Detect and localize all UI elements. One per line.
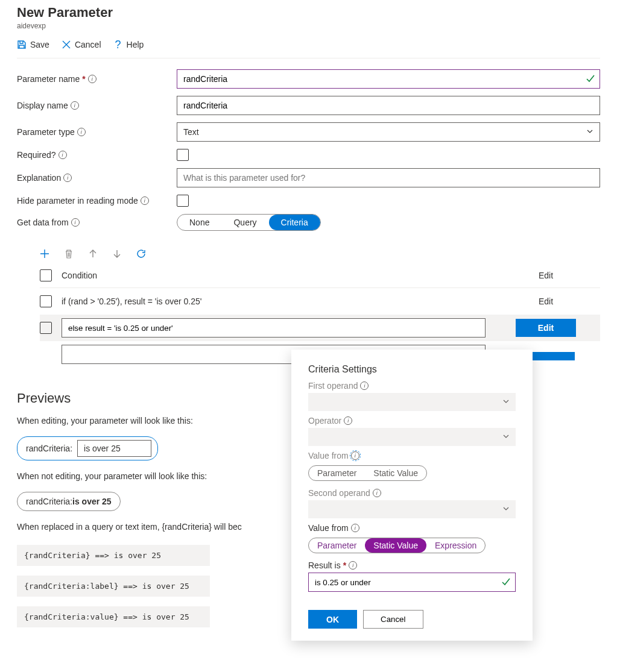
cancel-button[interactable]: Cancel xyxy=(62,40,101,49)
info-icon[interactable]: i xyxy=(141,196,149,205)
preview-code: {randCriteria} ==> is over 25 xyxy=(17,545,210,566)
help-label: Help xyxy=(127,40,144,49)
parameter-type-label: Parameter type i xyxy=(17,127,177,137)
value-from-label-2: Value from i xyxy=(308,523,516,533)
pill-expression[interactable]: Expression xyxy=(426,538,485,553)
check-icon xyxy=(501,577,511,588)
result-is-label: Result is * i xyxy=(308,561,516,570)
preview-chip-value: is over 25 xyxy=(72,497,112,506)
save-label: Save xyxy=(30,40,49,49)
help-icon: ? xyxy=(113,40,123,49)
required-label: Required? i xyxy=(17,150,177,160)
ok-button[interactable]: OK xyxy=(308,610,357,629)
add-icon[interactable] xyxy=(40,249,49,259)
move-up-icon[interactable] xyxy=(88,249,98,259)
save-button[interactable]: Save xyxy=(17,40,49,49)
column-edit: Edit xyxy=(492,271,600,280)
criteria-row: Edit xyxy=(40,315,600,341)
value-from-pills-1: Parameter Static Value xyxy=(308,465,427,481)
first-operand-label: First operand i xyxy=(308,381,516,391)
parameter-name-label: Parameter name * i xyxy=(17,74,177,84)
page-subtitle: aidevexp xyxy=(17,22,600,30)
preview-chip-editing: randCriteria: is over 25 xyxy=(17,436,158,460)
hide-parameter-label: Hide parameter in reading mode i xyxy=(17,196,177,206)
preview-chip-label: randCriteria: xyxy=(26,444,72,453)
preview-code: {randCriteria:label} ==> is over 25 xyxy=(17,576,210,597)
operator-select[interactable] xyxy=(308,428,516,446)
pill-static-value[interactable]: Static Value xyxy=(365,538,426,553)
get-data-from-label: Get data from i xyxy=(17,218,177,227)
operator-label: Operator i xyxy=(308,416,516,425)
chevron-down-icon xyxy=(502,432,510,442)
condition-text: if (rand > '0.25'), result = 'is over 0.… xyxy=(62,293,492,310)
chevron-down-icon xyxy=(502,397,510,407)
info-icon[interactable]: i xyxy=(59,151,67,159)
save-icon xyxy=(17,40,27,49)
info-icon[interactable]: i xyxy=(71,218,80,227)
row-checkbox[interactable] xyxy=(40,322,52,334)
parameter-type-select[interactable]: Text xyxy=(177,122,600,142)
row-checkbox[interactable] xyxy=(40,295,52,307)
info-icon[interactable]: i xyxy=(88,75,97,83)
edit-link[interactable]: Edit xyxy=(492,297,600,306)
info-icon[interactable]: i xyxy=(77,128,86,136)
parameter-name-input[interactable] xyxy=(177,69,600,89)
criteria-toolbar xyxy=(17,238,600,263)
pill-static-value[interactable]: Static Value xyxy=(365,466,426,480)
pill-query[interactable]: Query xyxy=(221,215,268,230)
preview-code: {randCriteria:value} ==> is over 25 xyxy=(17,606,210,627)
pill-parameter[interactable]: Parameter xyxy=(309,538,365,553)
criteria-row: if (rand > '0.25'), result = 'is over 0.… xyxy=(40,288,600,315)
help-button[interactable]: ? Help xyxy=(113,40,144,49)
pill-parameter[interactable]: Parameter xyxy=(309,466,365,480)
value-from-pills-2: Parameter Static Value Expression xyxy=(308,538,486,553)
info-icon[interactable]: i xyxy=(63,174,72,182)
chevron-down-icon xyxy=(586,127,593,137)
result-is-input[interactable] xyxy=(308,573,516,592)
info-icon[interactable]: i xyxy=(344,416,352,425)
refresh-icon[interactable] xyxy=(136,249,146,259)
preview-chip-label: randCriteria: xyxy=(26,497,72,506)
value-from-label-1: Value from i xyxy=(308,451,516,460)
first-operand-select[interactable] xyxy=(308,393,516,411)
cancel-button[interactable]: Cancel xyxy=(363,610,423,629)
preview-chip-value: is over 25 xyxy=(77,440,151,457)
move-down-icon[interactable] xyxy=(112,249,122,259)
pill-criteria[interactable]: Criteria xyxy=(269,215,320,230)
command-bar: Save Cancel ? Help xyxy=(17,36,600,58)
info-icon[interactable]: i xyxy=(349,561,357,570)
check-icon xyxy=(586,74,595,85)
required-checkbox[interactable] xyxy=(177,149,189,161)
info-icon[interactable]: i xyxy=(351,524,359,532)
second-operand-select[interactable] xyxy=(308,500,516,518)
info-icon[interactable]: i xyxy=(360,382,369,390)
display-name-input[interactable] xyxy=(177,96,600,115)
info-icon[interactable]: i xyxy=(71,101,79,110)
display-name-label: Display name i xyxy=(17,101,177,110)
preview-chip-readonly: randCriteria: is over 25 xyxy=(17,492,121,511)
edit-button[interactable]: Edit xyxy=(516,319,576,337)
column-condition: Condition xyxy=(62,271,492,280)
condition-input[interactable] xyxy=(62,318,486,338)
close-icon xyxy=(62,40,71,49)
info-icon[interactable]: i xyxy=(373,489,381,497)
criteria-settings-popup: Criteria Settings First operand i Operat… xyxy=(291,350,533,641)
select-all-checkbox[interactable] xyxy=(40,269,52,281)
second-operand-label: Second operand i xyxy=(308,488,516,498)
hide-parameter-checkbox[interactable] xyxy=(177,195,189,207)
page-title: New Parameter xyxy=(17,5,600,20)
explanation-input[interactable] xyxy=(177,168,600,187)
pill-none[interactable]: None xyxy=(177,215,221,230)
delete-icon[interactable] xyxy=(64,249,74,259)
get-data-from-pills: None Query Criteria xyxy=(177,214,321,231)
cancel-label: Cancel xyxy=(75,40,101,49)
info-icon[interactable]: i xyxy=(351,451,359,460)
chevron-down-icon xyxy=(502,504,510,514)
popup-title: Criteria Settings xyxy=(308,364,516,375)
explanation-label: Explanation i xyxy=(17,173,177,183)
